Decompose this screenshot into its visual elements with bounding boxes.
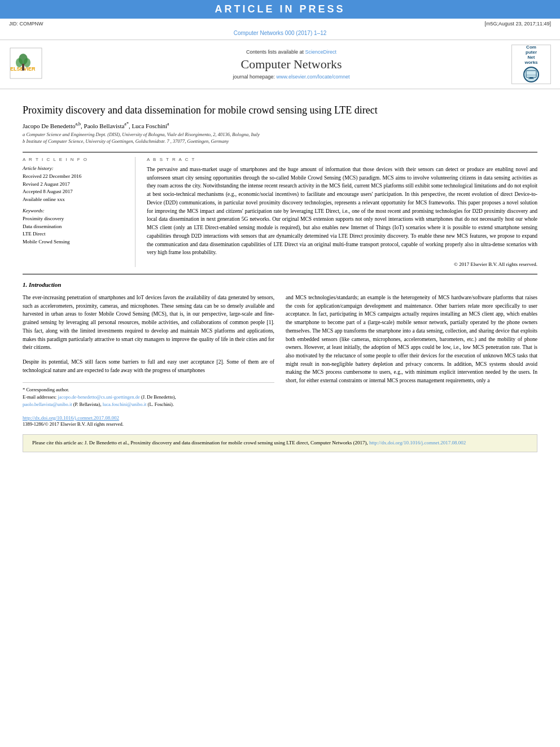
abstract-text: The pervasive and mass-market usage of s… bbox=[147, 165, 537, 257]
author3-sup: a bbox=[167, 121, 169, 126]
jid-label: JID: COMPNW bbox=[9, 21, 43, 27]
computer-networks-logo: ComputerNetworks bbox=[511, 45, 551, 84]
svg-point-3 bbox=[16, 58, 23, 67]
doi-link[interactable]: http://dx.doi.org/10.1016/j.comnet.2017.… bbox=[23, 415, 119, 421]
corresponding-note: * Corresponding author. bbox=[23, 386, 274, 394]
keyword3: LTE Direct bbox=[23, 230, 128, 238]
abstract-label: A B S T R A C T bbox=[147, 157, 537, 162]
copyright: © 2017 Elsevier B.V. All rights reserved… bbox=[147, 261, 537, 267]
intro-right-col: and MCS technologies/standards; an examp… bbox=[286, 294, 537, 427]
keyword4: Mobile Crowd Sensing bbox=[23, 238, 128, 246]
intro-heading: 1. Introduction bbox=[23, 281, 537, 288]
affiliation-a: a Computer Science and Engineering Dept.… bbox=[23, 132, 537, 137]
author3-name: , Luca Foschini bbox=[129, 123, 167, 129]
intro-para1: The ever-increasing penetration of smart… bbox=[23, 294, 274, 352]
received-date: Received 22 December 2016 bbox=[23, 173, 128, 181]
journal-title: Computer Networks bbox=[71, 57, 511, 72]
article-in-press-banner: ARTICLE IN PRESS bbox=[0, 0, 560, 19]
cite-bar: Please cite this article as: J. De Bened… bbox=[23, 434, 537, 452]
journal-ref-text: Computer Networks 000 (2017) 1–12 bbox=[234, 30, 327, 36]
keywords-label: Keywords: bbox=[23, 208, 128, 213]
email1-link[interactable]: jacopo.de-benedetto@cs.uni-goettingen.de bbox=[58, 394, 139, 400]
author2-sup: a* bbox=[124, 121, 129, 126]
contents-text: Contents lists available at bbox=[246, 49, 304, 55]
intro-left-col: The ever-increasing penetration of smart… bbox=[23, 294, 274, 427]
svg-point-4 bbox=[24, 58, 30, 67]
keywords-block: Keywords: Proximity discovery Data disse… bbox=[23, 208, 128, 246]
homepage-label: journal homepage: bbox=[233, 74, 275, 80]
intro-right-para1: and MCS technologies/standards; an examp… bbox=[286, 294, 537, 385]
authors-line: Jacopo De Benedettoa,b, Paolo Bellavista… bbox=[23, 121, 537, 129]
accepted-date: Accepted 8 August 2017 bbox=[23, 188, 128, 196]
available-online: Available online xxx bbox=[23, 196, 128, 204]
keyword1: Proximity discovery bbox=[23, 215, 128, 223]
affiliation-b: b Institute of Computer Science, Univers… bbox=[23, 138, 537, 144]
footnote-section: * Corresponding author. E-mail addresses… bbox=[23, 382, 274, 427]
history-label: Article history: bbox=[23, 165, 128, 171]
svg-rect-7 bbox=[526, 71, 536, 77]
intro-para2: Despite its potential, MCS still faces s… bbox=[23, 358, 274, 374]
introduction-section: 1. Introduction The ever-increasing pene… bbox=[23, 281, 537, 427]
sciencedirect-link[interactable]: ScienceDirect bbox=[305, 49, 337, 55]
article-title: Proximity discovery and data disseminati… bbox=[23, 104, 537, 117]
homepage-url[interactable]: www.elsevier.com/locate/comnet bbox=[277, 74, 350, 80]
header-center: Contents lists available at ScienceDirec… bbox=[71, 49, 511, 80]
abstract-panel: A B S T R A C T The pervasive and mass-m… bbox=[147, 157, 537, 267]
meta-info: [m5G;August 23, 2017;11:49] bbox=[484, 21, 551, 27]
author1-sup: a,b bbox=[75, 121, 81, 126]
cite-doi-link[interactable]: http://dx.doi.org/10.1016/j.comnet.2017.… bbox=[369, 440, 466, 445]
email3-link[interactable]: luca.foschini@unibo.it bbox=[103, 401, 147, 407]
author2-name: , Paolo Bellavista bbox=[81, 123, 124, 129]
svg-rect-5 bbox=[22, 64, 24, 71]
issn-text: 1389-1286/© 2017 Elsevier B.V. All right… bbox=[23, 421, 274, 428]
elsevier-logo: ELSEVIER bbox=[9, 47, 60, 82]
article-info-label: A R T I C L E I N F O bbox=[23, 157, 128, 162]
email-addresses: E-mail addresses: jacopo.de-benedetto@cs… bbox=[23, 394, 274, 408]
cite-text: Please cite this article as: J. De Bened… bbox=[32, 440, 368, 445]
author1-name: Jacopo De Benedetto bbox=[23, 123, 75, 129]
revised-date: Revised 2 August 2017 bbox=[23, 181, 128, 189]
section-divider bbox=[23, 274, 537, 274]
article-info-panel: A R T I C L E I N F O Article history: R… bbox=[23, 157, 135, 267]
email2-link[interactable]: paolo.bellavista@unibo.it bbox=[23, 401, 72, 407]
keyword2: Data dissemination bbox=[23, 223, 128, 231]
